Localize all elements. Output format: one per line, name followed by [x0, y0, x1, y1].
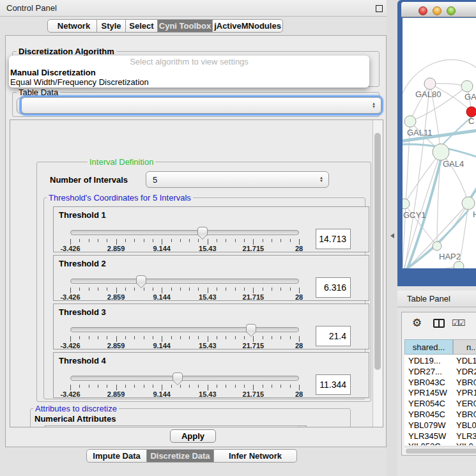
slider-tick-label: 2.859 [107, 342, 125, 349]
table-cell: YDL19... [404, 356, 453, 367]
table-row[interactable]: YBR045CYBR0 [404, 410, 476, 420]
slider-tick-label: -3.426 [60, 245, 80, 252]
number-of-intervals-combobox[interactable]: 5 ▲▼ [146, 171, 329, 188]
table-row[interactable]: YER054CYER0 [404, 399, 476, 410]
table-row[interactable]: YBL079WYBL0 [404, 420, 476, 431]
threshold-value-field[interactable]: 21.4 [316, 326, 351, 346]
slider-tick-label: 9.144 [153, 245, 171, 252]
mouse-cursor [390, 233, 394, 238]
tab-impute-data[interactable]: Impute Data [86, 449, 147, 463]
network-node-label: GAL4 [443, 159, 464, 169]
tab-cyni-toolbox[interactable]: Cyni Toolbox [158, 19, 213, 33]
network-node[interactable] [454, 261, 464, 268]
threshold-slider-thumb[interactable] [136, 275, 146, 284]
mac-close-icon[interactable] [418, 6, 427, 15]
attributes-list-scrollbar[interactable] [298, 426, 306, 427]
slider-tick-label: 9.144 [153, 293, 171, 301]
table-row[interactable]: YDR27...YDR2 [404, 367, 476, 378]
threshold-row: Threshold 2-3.4262.8599.14415.4321.71528… [53, 255, 369, 301]
network-node-label: GAL80 [415, 89, 441, 99]
tab-style[interactable]: Style [97, 19, 126, 33]
network-node-gal11[interactable] [404, 116, 416, 127]
network-node-label: H [473, 210, 476, 219]
threshold-slider-thumb[interactable] [173, 372, 183, 381]
network-node-label: GCY1 [403, 210, 426, 220]
network-window-titlebar[interactable] [401, 2, 476, 17]
table-cell: YLR3 [453, 431, 476, 442]
tab-jactivemnodules[interactable]: jActiveMNodules [213, 19, 283, 33]
table-row[interactable]: YPR145WYPR1 [404, 388, 476, 399]
popup-option[interactable]: Manual Discretization [9, 67, 369, 77]
network-node-c[interactable] [466, 107, 476, 117]
table-cell: YBR043C [404, 378, 453, 388]
slider-tick-label: 15.43 [199, 390, 217, 398]
table-row[interactable]: YIL052CYIL0 [404, 441, 476, 445]
select-columns-icon[interactable]: ☑☑ [452, 318, 464, 328]
thresholds-title: Threshold's Coordinates for 5 Intervals [47, 193, 193, 203]
network-node-gcy1[interactable] [403, 199, 410, 209]
threshold-slider-thumb[interactable] [197, 227, 208, 236]
float-window-icon[interactable] [376, 5, 383, 12]
table-row[interactable]: YBR043CYBR0 [404, 378, 476, 388]
threshold-slider-track[interactable] [70, 376, 299, 381]
network-node-gal80[interactable] [424, 78, 436, 89]
interval-definition-group: Interval Definition Number of Intervals … [36, 162, 371, 402]
threshold-slider-track[interactable] [70, 327, 299, 332]
tab-network[interactable]: Network [47, 19, 97, 33]
table-horizontal-scrollbar[interactable] [404, 447, 476, 454]
network-canvas[interactable]: GAL80GACGAL11GAL4GCY1HHAP2 [403, 18, 476, 268]
thresholds-group: Threshold's Coordinates for 5 Intervals … [43, 197, 365, 399]
discretization-algorithm-title: Discretization Algorithm [17, 47, 116, 56]
node-table[interactable]: shared...n... YDL19...YDL1YDR27...YDR2YB… [404, 339, 476, 445]
algorithm-combobox[interactable]: ▲▼ [21, 97, 381, 114]
threshold-row: Threshold 4-3.4262.8599.14415.4321.71528… [53, 352, 369, 398]
network-node-ga[interactable] [461, 81, 473, 92]
gear-icon[interactable]: ⚙ [412, 316, 422, 330]
table-cell: YBR0 [453, 378, 476, 388]
slider-ticks [70, 288, 299, 294]
threshold-row: Threshold 1-3.4262.8599.14415.4321.71528… [53, 206, 369, 252]
mac-minimize-icon[interactable] [433, 6, 441, 15]
panel-scrollbar[interactable] [372, 120, 383, 427]
algorithm-dropdown-popup: Select algorithm to view settings Manual… [9, 56, 369, 88]
network-node-gal4[interactable] [433, 144, 449, 160]
screen: Control Panel ✕ NetworkStyleSelectCyni T… [0, 0, 476, 476]
attributes-group: Attributes to discretize Numerical Attri… [30, 408, 351, 427]
table-cell: YIL052C [404, 441, 453, 445]
table-header-row: shared...n... [404, 339, 476, 355]
bottom-tab-bar: Impute DataDiscretize DataInfer Network [86, 449, 297, 463]
slider-tick-label: 15.43 [199, 245, 217, 252]
numerical-attributes-label: Numerical Attributes [35, 414, 116, 424]
table-panel-title: Table Panel [407, 294, 450, 303]
mac-zoom-icon[interactable] [447, 6, 456, 15]
combo-arrows-icon[interactable]: ▲▼ [319, 176, 323, 183]
threshold-slider-thumb[interactable] [246, 324, 256, 333]
tab-infer-network[interactable]: Infer Network [214, 449, 297, 463]
threshold-value-field[interactable]: 6.316 [316, 277, 351, 298]
combo-arrows-icon[interactable]: ▲▼ [372, 102, 376, 109]
threshold-value-field[interactable]: 11.344 [316, 374, 351, 395]
network-node-hap2[interactable] [433, 242, 441, 250]
popup-option[interactable]: Equal Width/Frequency Discretization [9, 77, 369, 86]
table-column-header[interactable]: shared... [404, 339, 453, 355]
table-data-title: Table Data [17, 88, 60, 97]
threshold-slider-track[interactable] [70, 230, 299, 235]
split-view-icon[interactable] [433, 319, 445, 328]
threshold-value-field[interactable]: 14.713 [316, 229, 351, 249]
table-row[interactable]: YLR345WYLR3 [404, 431, 476, 442]
network-node-h[interactable] [462, 197, 475, 210]
threshold-label: Threshold 1 [59, 210, 106, 220]
slider-ticks [70, 385, 299, 391]
tab-discretize-data[interactable]: Discretize Data [147, 449, 214, 463]
threshold-slider-track[interactable] [70, 279, 299, 284]
table-row[interactable]: YDL19...YDL1 [404, 356, 476, 367]
slider-tick-label: -3.426 [60, 342, 80, 349]
tab-select[interactable]: Select [126, 19, 158, 33]
apply-button[interactable]: Apply [170, 429, 216, 443]
number-of-intervals-value: 5 [153, 175, 157, 185]
slider-tick-label: 21.715 [243, 390, 265, 398]
numerical-attributes-list[interactable]: SelfLoopsTopologicalCoefficientBetweenne… [45, 426, 307, 427]
slider-tick-label: 15.43 [199, 342, 217, 349]
table-column-header[interactable]: n... [453, 339, 476, 355]
slider-tick-label: 28 [295, 245, 303, 252]
